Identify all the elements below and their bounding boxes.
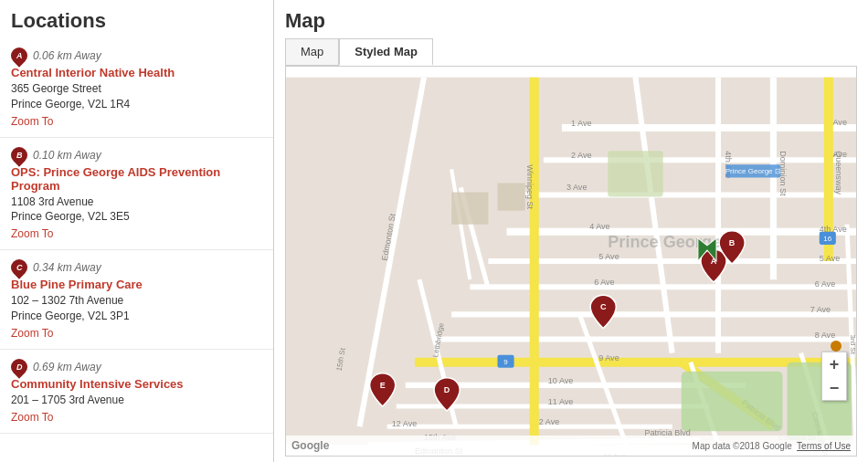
map-footer: Google Map data ©2018 Google Terms of Us…: [286, 436, 856, 456]
zoom-to-link[interactable]: Zoom To: [11, 227, 262, 240]
location-distance: A 0.06 km Away: [11, 47, 262, 64]
svg-text:Prince George ⊡: Prince George ⊡: [725, 167, 781, 175]
svg-text:3 Ave: 3 Ave: [566, 184, 587, 193]
svg-text:C: C: [600, 302, 607, 311]
svg-text:4th Ave: 4th Ave: [820, 225, 847, 234]
svg-text:E: E: [380, 381, 386, 390]
location-distance: B 0.10 km Away: [11, 147, 262, 163]
map-svg: 1 Ave 2 Ave 4 Ave 5 Ave 6 Ave 7 Ave 8 Av…: [286, 67, 856, 456]
list-item: B 0.10 km Away OPS: Prince George AIDS P…: [0, 138, 273, 251]
svg-rect-47: [682, 372, 783, 431]
zoom-in-button[interactable]: +: [822, 352, 846, 376]
list-item: C 0.34 km Away Blue Pine Primary Care 10…: [0, 250, 273, 350]
map-tabs: Map Styled Map: [274, 38, 868, 66]
svg-text:D: D: [444, 385, 450, 394]
svg-rect-49: [608, 151, 662, 196]
location-address: 365 George StreetPrince George, V2L 1R4: [11, 81, 262, 112]
svg-text:1 Ave: 1 Ave: [571, 119, 591, 128]
location-badge: A: [7, 44, 30, 67]
svg-text:3rd St: 3rd St: [849, 335, 856, 355]
location-address: 201 – 1705 3rd Avenue: [11, 393, 262, 408]
svg-text:12 Ave: 12 Ave: [392, 419, 418, 428]
svg-text:9 Ave: 9 Ave: [598, 353, 619, 362]
svg-text:Winnipeg St: Winnipeg St: [525, 164, 535, 209]
svg-text:16: 16: [823, 235, 831, 243]
svg-rect-50: [451, 193, 488, 225]
zoom-to-link[interactable]: Zoom To: [11, 411, 262, 424]
locations-list: A 0.06 km Away Central Interior Native H…: [0, 38, 273, 462]
zoom-out-button[interactable]: −: [822, 376, 846, 400]
terms-of-use-link[interactable]: Terms of Use: [797, 441, 851, 451]
map-container: 1 Ave 2 Ave 4 Ave 5 Ave 6 Ave 7 Ave 8 Av…: [285, 66, 857, 457]
svg-text:B: B: [729, 238, 736, 247]
svg-text:5 Ave: 5 Ave: [820, 254, 840, 263]
location-badge: B: [7, 143, 30, 166]
zoom-to-link[interactable]: Zoom To: [11, 115, 262, 128]
tab-styled-map[interactable]: Styled Map: [339, 38, 433, 66]
svg-text:7 Ave: 7 Ave: [810, 305, 831, 314]
location-distance: C 0.34 km Away: [11, 259, 262, 276]
svg-text:5 Ave: 5 Ave: [598, 252, 619, 261]
locations-panel: Locations A 0.06 km Away Central Interio…: [0, 0, 274, 462]
svg-text:4 Ave: 4 Ave: [589, 222, 609, 231]
location-name[interactable]: Blue Pine Primary Care: [11, 278, 262, 291]
location-address: 102 – 1302 7th AvenuePrince George, V2L …: [11, 293, 262, 324]
zoom-to-link[interactable]: Zoom To: [11, 327, 262, 340]
map-attribution: Map data ©2018 Google Terms of Use: [693, 441, 851, 451]
location-badge: C: [7, 256, 30, 278]
location-name[interactable]: OPS: Prince George AIDS Prevention Progr…: [11, 165, 262, 193]
svg-text:Queensway: Queensway: [834, 151, 843, 194]
svg-text:6 Ave: 6 Ave: [815, 279, 835, 289]
location-name[interactable]: Community Intensive Services: [11, 377, 262, 391]
location-badge: D: [7, 355, 30, 378]
google-logo: Google: [291, 439, 329, 452]
map-panel: Map Map Styled Map 1 Ave 2 Ave 4 Ave 5 A…: [274, 0, 868, 462]
map-zoom-controls: + −: [821, 352, 847, 401]
svg-text:11 Ave: 11 Ave: [548, 397, 574, 406]
location-distance: D 0.69 km Away: [11, 359, 262, 375]
list-item: D 0.69 km Away Community Intensive Servi…: [0, 350, 273, 434]
list-item: A 0.06 km Away Central Interior Native H…: [0, 38, 273, 138]
svg-text:6 Ave: 6 Ave: [594, 278, 614, 287]
svg-text:9: 9: [503, 358, 508, 366]
location-name[interactable]: Central Interior Native Health: [11, 66, 262, 79]
location-address: 1108 3rd AvenuePrince George, V2L 3E5: [11, 194, 262, 226]
tab-map[interactable]: Map: [285, 38, 339, 66]
svg-text:8 Ave: 8 Ave: [815, 331, 835, 340]
locations-title: Locations: [0, 0, 273, 38]
svg-text:10 Ave: 10 Ave: [548, 376, 574, 385]
map-title: Map: [274, 0, 868, 38]
svg-rect-51: [497, 183, 524, 210]
svg-text:2 Ave: 2 Ave: [571, 151, 591, 160]
svg-point-83: [831, 341, 842, 352]
